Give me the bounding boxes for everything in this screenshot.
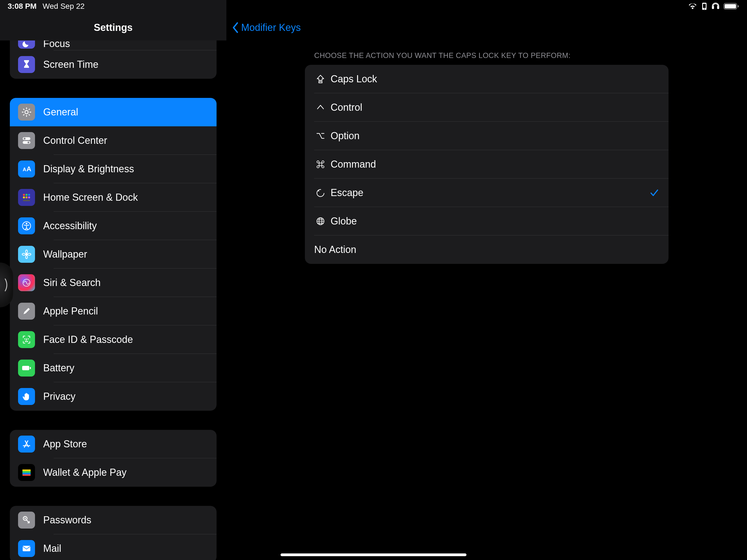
sidebar-item-accessibility[interactable]: Accessibility <box>10 212 216 240</box>
app-grid-icon <box>18 189 35 206</box>
option-control[interactable]: Control <box>305 93 669 122</box>
control-icon <box>314 103 327 112</box>
battery-icon <box>723 3 739 10</box>
siri-icon <box>18 274 35 291</box>
svg-point-33 <box>26 250 28 253</box>
svg-rect-24 <box>26 194 28 196</box>
svg-rect-53 <box>23 546 30 551</box>
sidebar-item-label: General <box>43 106 78 118</box>
wallet-icon <box>18 464 35 481</box>
option-option[interactable]: Option <box>305 122 669 150</box>
sidebar-item-general[interactable]: General <box>10 98 216 126</box>
sidebar-item-label: Focus <box>43 41 70 49</box>
caps-lock-icon <box>314 74 327 84</box>
checkmark-icon <box>648 188 659 198</box>
app-store-icon <box>18 436 35 453</box>
sidebar-item-label: Apple Pencil <box>43 305 98 317</box>
status-time: 3:08 PM <box>8 2 36 11</box>
svg-text:A: A <box>23 167 26 172</box>
hand-icon <box>18 388 35 405</box>
back-label: Modifier Keys <box>241 22 301 33</box>
option-label: Command <box>331 159 648 170</box>
option-command[interactable]: Command <box>305 150 669 179</box>
svg-rect-4 <box>718 6 719 9</box>
headphones-icon <box>712 2 720 10</box>
svg-point-52 <box>25 518 26 519</box>
option-caps-lock[interactable]: Caps Lock <box>305 65 669 93</box>
sidebar-group-device: General Control Center AA Display & Brig… <box>10 98 216 411</box>
sidebar-item-face-id-passcode[interactable]: Face ID & Passcode <box>10 325 216 354</box>
sidebar-group-accounts: Passwords Mail <box>10 506 216 560</box>
sidebar-item-passwords[interactable]: Passwords <box>10 506 216 534</box>
sidebar-item-mail[interactable]: Mail <box>10 534 216 560</box>
option-no-action[interactable]: No Action <box>305 235 669 264</box>
escape-icon <box>314 188 327 198</box>
focus-icon <box>18 41 35 49</box>
svg-rect-6 <box>725 4 736 8</box>
sidebar-item-privacy[interactable]: Privacy <box>10 382 216 411</box>
gear-icon <box>18 104 35 121</box>
section-header: Choose the action you want the Caps Lock… <box>305 51 669 65</box>
option-escape[interactable]: Escape <box>305 179 669 207</box>
svg-rect-49 <box>22 473 31 475</box>
svg-rect-28 <box>28 197 30 199</box>
sidebar-item-label: Privacy <box>43 391 75 402</box>
svg-rect-27 <box>26 197 28 199</box>
sidebar-item-label: Passwords <box>43 514 91 526</box>
sidebar-item-label: Home Screen & Dock <box>43 192 138 203</box>
sidebar-item-apple-pencil[interactable]: Apple Pencil <box>10 297 216 325</box>
option-label: Caps Lock <box>331 73 648 85</box>
status-date: Wed Sep 22 <box>43 2 85 11</box>
option-icon <box>314 131 327 141</box>
back-button[interactable]: Modifier Keys <box>226 22 301 33</box>
svg-point-8 <box>25 110 28 114</box>
sidebar-item-wallpaper[interactable]: Wallpaper <box>10 240 216 269</box>
svg-rect-25 <box>28 194 30 196</box>
svg-rect-26 <box>23 197 25 199</box>
sidebar-item-label: Battery <box>43 362 74 374</box>
sidebar-item-control-center[interactable]: Control Center <box>10 126 216 155</box>
settings-sidebar: Settings Focus Screen Time <box>0 0 226 560</box>
svg-line-14 <box>29 114 30 116</box>
sidebar-item-display-brightness[interactable]: AA Display & Brightness <box>10 155 216 183</box>
sidebar-item-home-screen-dock[interactable]: Home Screen & Dock <box>10 183 216 212</box>
sidebar-item-wallet-apple-pay[interactable]: Wallet & Apple Pay <box>10 458 216 487</box>
svg-line-16 <box>23 114 24 116</box>
status-bar: 3:08 PM Wed Sep 22 <box>0 0 747 12</box>
key-icon <box>18 512 35 529</box>
svg-text:A: A <box>27 165 31 173</box>
option-label: No Action <box>314 244 648 255</box>
sidebar-item-siri-search[interactable]: Siri & Search <box>10 269 216 297</box>
sidebar-item-focus[interactable]: Focus <box>10 41 216 50</box>
option-label: Control <box>331 102 648 113</box>
svg-rect-41 <box>30 367 31 369</box>
svg-point-36 <box>28 253 31 255</box>
rotation-lock-icon <box>701 2 707 10</box>
sidebar-title: Settings <box>94 22 133 33</box>
sidebar-group-store: App Store Wallet & Apple Pay <box>10 430 216 487</box>
wifi-icon <box>688 3 697 10</box>
face-id-icon <box>18 331 35 348</box>
sidebar-item-battery[interactable]: Battery <box>10 354 216 382</box>
svg-rect-54 <box>319 81 322 83</box>
svg-rect-47 <box>22 469 31 471</box>
svg-rect-23 <box>23 194 25 196</box>
sidebar-group-time: Focus Screen Time <box>10 41 216 79</box>
sidebar-item-label: Control Center <box>43 135 107 146</box>
sidebar-item-screen-time[interactable]: Screen Time <box>10 50 216 79</box>
svg-point-18 <box>24 138 26 140</box>
option-globe[interactable]: Globe <box>305 207 669 235</box>
svg-rect-40 <box>22 366 29 370</box>
svg-point-35 <box>22 253 25 255</box>
sidebar-item-label: App Store <box>43 438 87 450</box>
svg-rect-48 <box>22 471 31 473</box>
text-size-icon: AA <box>18 160 35 177</box>
svg-line-13 <box>23 109 24 110</box>
slide-over-handle[interactable] <box>0 262 13 307</box>
command-icon <box>314 159 327 169</box>
home-indicator[interactable] <box>281 554 466 556</box>
svg-rect-50 <box>22 475 31 476</box>
content-pane: Modifier Keys Choose the action you want… <box>226 0 747 560</box>
mail-icon <box>18 540 35 557</box>
sidebar-item-app-store[interactable]: App Store <box>10 430 216 458</box>
